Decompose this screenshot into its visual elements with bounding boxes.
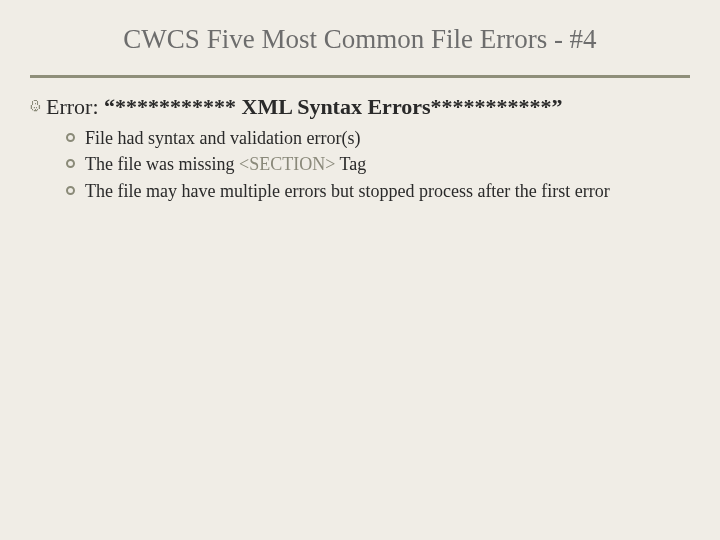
slide-title: CWCS Five Most Common File Errors - #4 xyxy=(30,24,690,78)
list-item: File had syntax and validation error(s) xyxy=(66,126,690,150)
error-label: Error: xyxy=(46,94,104,119)
list-item-text: File had syntax and validation error(s) xyxy=(85,126,360,150)
swirl-bullet-icon: ߷ xyxy=(30,94,40,118)
circle-bullet-icon xyxy=(66,186,75,195)
list-item-suffix: Tag xyxy=(335,154,366,174)
slide-container: CWCS Five Most Common File Errors - #4 ߷… xyxy=(0,0,720,540)
sub-bullet-list: File had syntax and validation error(s) … xyxy=(30,126,690,203)
list-item: The file may have multiple errors but st… xyxy=(66,179,690,203)
list-item-prefix: The file was missing xyxy=(85,154,239,174)
main-bullet: ߷ Error: “*********** XML Syntax Errors*… xyxy=(30,94,690,120)
circle-bullet-icon xyxy=(66,133,75,142)
circle-bullet-icon xyxy=(66,159,75,168)
list-item-text: The file was missing <SECTION> Tag xyxy=(85,152,366,176)
list-item: The file was missing <SECTION> Tag xyxy=(66,152,690,176)
error-message: “*********** XML Syntax Errors**********… xyxy=(104,94,563,119)
list-item-text: The file may have multiple errors but st… xyxy=(85,179,610,203)
main-bullet-text: Error: “*********** XML Syntax Errors***… xyxy=(46,94,563,120)
section-tag: <SECTION> xyxy=(239,154,335,174)
